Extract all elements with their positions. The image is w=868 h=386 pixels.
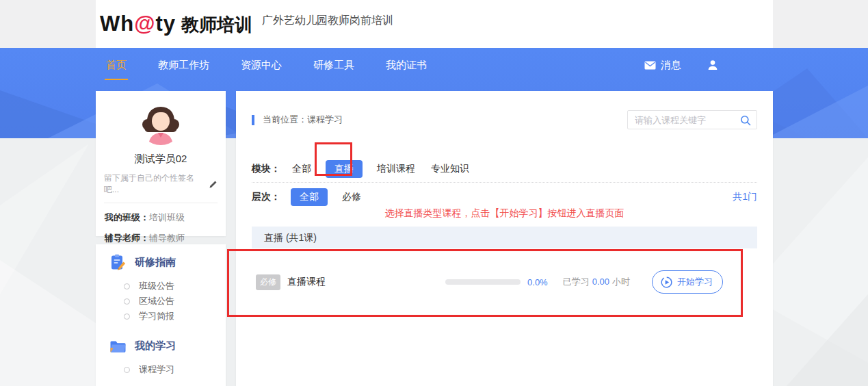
profile-card: 测试学员02 留下属于自己的个性签名吧... 我的班级：培训班级 辅导老师：辅导… <box>96 91 226 236</box>
nav-item-my-certificates[interactable]: 我的证书 <box>386 59 427 72</box>
signature-placeholder[interactable]: 留下属于自己的个性签名吧... <box>104 172 209 196</box>
logo-cn-text: 教师培训 <box>181 13 252 37</box>
search-icon[interactable] <box>740 115 751 126</box>
nav-right: 消息 <box>644 59 718 72</box>
sidebar-item-course-study[interactable]: 课程学习 <box>96 362 226 377</box>
my-study-list: 课程学习 <box>96 362 226 377</box>
level-filter-label: 层次： <box>252 191 291 203</box>
messages-button[interactable]: 消息 <box>644 59 681 72</box>
start-study-label: 开始学习 <box>677 276 713 288</box>
course-title[interactable]: 直播课程 <box>287 276 326 288</box>
envelope-icon <box>644 61 656 70</box>
tutorial-tip-text: 选择直播类型课程，点击【开始学习】按钮进入直播页面 <box>252 207 757 220</box>
breadcrumb-text: 当前位置：课程学习 <box>263 114 343 126</box>
bullet-icon <box>124 313 130 320</box>
required-badge: 必修 <box>256 274 280 290</box>
breadcrumb-accent-bar <box>252 115 254 125</box>
filter-module-training-course[interactable]: 培训课程 <box>376 160 417 178</box>
guide-list: 班级公告 区域公告 学习简报 <box>96 279 226 324</box>
nav-item-teacher-workshop[interactable]: 教师工作坊 <box>158 59 209 72</box>
filter-module-professional-knowledge[interactable]: 专业知识 <box>430 160 471 178</box>
search-input[interactable] <box>628 111 734 129</box>
class-info-row: 我的班级：培训班级 <box>96 211 226 224</box>
breadcrumb: 当前位置：课程学习 <box>252 114 343 126</box>
sidebar-item-label: 班级公告 <box>139 280 174 292</box>
guide-clipboard-icon <box>109 254 126 270</box>
sidebar-item-label: 学习简报 <box>139 310 174 322</box>
nav-item-resource-center[interactable]: 资源中心 <box>241 59 282 72</box>
header: Wh@ty 教师培训 广外艺幼儿园教师岗前培训 <box>96 0 773 48</box>
sidebar-item-study-report[interactable]: 学习简报 <box>96 309 226 324</box>
profile-divider <box>104 203 218 203</box>
page: Wh@ty 教师培训 广外艺幼儿园教师岗前培训 首页 教师工作坊 资源中心 研修… <box>0 0 868 386</box>
brand-logo: Wh@ty 教师培训 <box>100 12 252 37</box>
sidebar-section-guide: 研修指南 <box>96 244 226 270</box>
sidebar-section-title: 我的学习 <box>135 339 176 352</box>
header-band: Wh@ty 教师培训 广外艺幼儿园教师岗前培训 <box>0 0 868 48</box>
dotted-divider <box>252 182 757 183</box>
filter-level-all[interactable]: 全部 <box>291 188 328 206</box>
messages-label: 消息 <box>661 59 681 72</box>
module-filter-label: 模块： <box>252 163 291 175</box>
sidebar-item-region-announcements[interactable]: 区域公告 <box>96 294 226 309</box>
sidebar-menu-card: 研修指南 班级公告 区域公告 学习简报 我的学习 <box>96 244 226 386</box>
level-filter-row: 层次： 全部 必修 共1门 <box>252 188 757 206</box>
studied-hours-value: 0.00 <box>592 276 609 287</box>
signature-row: 留下属于自己的个性签名吧... <box>96 172 226 196</box>
main-nav: 首页 教师工作坊 资源中心 研修工具 我的证书 消息 <box>96 48 773 82</box>
start-study-button[interactable]: 开始学习 <box>652 270 723 294</box>
edit-signature-button[interactable] <box>209 180 218 189</box>
pencil-icon <box>209 180 218 189</box>
main-content-card: 当前位置：课程学习 模块： 全部 直播 培训课程 专业知识 层次： <box>236 91 773 386</box>
bullet-icon <box>124 367 130 373</box>
class-label: 我的班级： <box>105 212 149 222</box>
site-subtitle: 广外艺幼儿园教师岗前培训 <box>262 14 393 28</box>
progress-bar <box>445 279 521 285</box>
module-filter-row: 模块： 全部 直播 培训课程 专业知识 <box>252 159 757 178</box>
nav-item-research-tools[interactable]: 研修工具 <box>313 59 354 72</box>
course-total-count: 共1门 <box>733 191 757 203</box>
user-icon <box>707 60 718 70</box>
bullet-icon <box>124 298 130 305</box>
filter-level-required[interactable]: 必修 <box>341 188 363 206</box>
course-search-box <box>627 110 757 129</box>
sidebar-item-label: 课程学习 <box>139 363 174 376</box>
nav-item-home[interactable]: 首页 <box>106 59 127 72</box>
user-account-button[interactable] <box>707 60 718 70</box>
course-group-header: 直播 (共1课) <box>252 227 757 248</box>
tutor-label: 辅导老师： <box>105 233 149 243</box>
sidebar-section-title: 研修指南 <box>135 256 176 269</box>
play-icon <box>661 276 672 288</box>
tutor-info-row: 辅导老师：辅导教师 <box>96 232 226 244</box>
sidebar-item-label: 区域公告 <box>139 295 174 307</box>
studied-hours-text: 已学习0.00小时 <box>563 276 630 288</box>
avatar <box>139 102 183 146</box>
folder-icon <box>109 337 126 354</box>
filter-module-live[interactable]: 直播 <box>326 160 363 178</box>
tutor-value: 辅导教师 <box>149 233 185 243</box>
progress-percent: 0.0% <box>527 277 548 287</box>
logo-at-glyph: @ <box>134 12 155 36</box>
breadcrumb-row: 当前位置：课程学习 <box>252 110 757 129</box>
profile-name: 测试学员02 <box>96 153 226 166</box>
logo-text: Wh@ty <box>100 12 176 36</box>
sidebar-item-class-announcements[interactable]: 班级公告 <box>96 279 226 294</box>
sidebar-section-my-study: 我的学习 <box>96 324 226 354</box>
course-row[interactable]: 必修 直播课程 0.0% 已学习0.00小时 开始学习 <box>252 270 757 294</box>
bullet-icon <box>124 283 130 290</box>
filter-module-all[interactable]: 全部 <box>291 160 313 178</box>
class-value: 培训班级 <box>149 212 185 222</box>
